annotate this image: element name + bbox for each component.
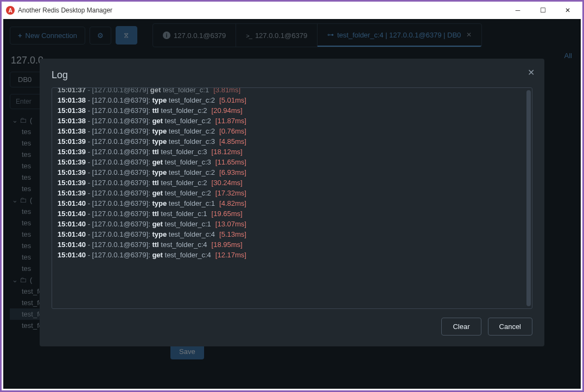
log-host: [127.0.0.1@6379]: xyxy=(92,210,150,218)
log-timestamp: 15:01:37 xyxy=(58,87,86,94)
log-duration: [18.12ms] xyxy=(212,148,243,156)
modal-close-button[interactable]: ✕ xyxy=(528,67,535,78)
window-title: Another Redis Desktop Manager xyxy=(18,7,505,14)
log-entry: 15:01:38 - [127.0.0.1@6379]: ttl test_fo… xyxy=(58,105,526,116)
log-duration: [17.32ms] xyxy=(215,189,246,197)
log-entry: 15:01:39 - [127.0.0.1@6379]: get test_fo… xyxy=(58,188,526,198)
log-host: [127.0.0.1@6379]: xyxy=(92,230,150,238)
log-modal: Log ✕ 15:01:37 - [127.0.0.1@6379] get te… xyxy=(40,59,544,346)
log-key: test_folder_c:4 xyxy=(169,230,215,238)
log-duration: [11.65ms] xyxy=(215,158,246,166)
log-timestamp: 15:01:38 xyxy=(58,106,86,115)
log-host: [127.0.0.1@6379]: xyxy=(92,220,150,228)
log-command: ttl xyxy=(152,106,158,115)
log-host: [127.0.0.1@6379]: xyxy=(92,199,150,207)
log-entry: 15:01:38 - [127.0.0.1@6379]: type test_f… xyxy=(58,95,526,105)
log-timestamp: 15:01:39 xyxy=(58,148,86,156)
log-entry: 15:01:40 - [127.0.0.1@6379]: get test_fo… xyxy=(58,219,526,229)
log-command: type xyxy=(152,127,167,135)
log-key: test_folder_c:2 xyxy=(161,179,207,187)
window-close-button[interactable]: ✕ xyxy=(555,2,580,18)
log-duration: [5.01ms] xyxy=(219,96,246,104)
log-key: test_folder_c:1 xyxy=(165,220,211,228)
log-entry: 15:01:40 - [127.0.0.1@6379]: type test_f… xyxy=(58,198,526,208)
cancel-button[interactable]: Cancel xyxy=(488,318,532,336)
log-host: [127.0.0.1@6379]: xyxy=(92,137,150,146)
log-host: [127.0.0.1@6379]: xyxy=(92,179,150,187)
modal-title: Log xyxy=(52,69,532,81)
window-maximize-button[interactable]: ☐ xyxy=(530,2,555,18)
log-timestamp: 15:01:39 xyxy=(58,179,86,187)
log-timestamp: 15:01:39 xyxy=(58,189,86,197)
log-entry: 15:01:39 - [127.0.0.1@6379]: type test_f… xyxy=(58,136,526,147)
log-command: get xyxy=(152,251,163,259)
log-key: test_folder_c:1 xyxy=(163,87,209,94)
log-command: type xyxy=(152,168,167,176)
log-entry: 15:01:39 - [127.0.0.1@6379]: ttl test_fo… xyxy=(58,147,526,157)
log-timestamp: 15:01:40 xyxy=(58,199,86,207)
log-duration: [30.24ms] xyxy=(212,179,243,187)
log-key: test_folder_c:2 xyxy=(169,127,215,135)
window-titlebar: A Another Redis Desktop Manager ─ ☐ ✕ xyxy=(2,2,582,19)
log-key: test_folder_c:1 xyxy=(161,210,207,218)
log-host: [127.0.0.1@6379]: xyxy=(92,158,150,166)
log-duration: [11.87ms] xyxy=(215,117,246,125)
log-host: [127.0.0.1@6379]: xyxy=(92,127,150,135)
log-duration: [13.07ms] xyxy=(215,220,246,228)
log-timestamp: 15:01:38 xyxy=(58,117,86,125)
clear-button[interactable]: Clear xyxy=(441,318,481,336)
log-entry: 15:01:40 - [127.0.0.1@6379]: get test_fo… xyxy=(58,250,526,260)
log-entry: 15:01:40 - [127.0.0.1@6379]: ttl test_fo… xyxy=(58,208,526,219)
log-command: type xyxy=(152,96,167,104)
log-command: get xyxy=(152,158,163,166)
log-timestamp: 15:01:39 xyxy=(58,158,86,166)
log-scrollbar[interactable] xyxy=(526,90,531,306)
log-timestamp: 15:01:39 xyxy=(58,137,86,146)
log-timestamp: 15:01:40 xyxy=(58,251,86,259)
log-command: ttl xyxy=(152,148,158,156)
log-command: type xyxy=(152,199,167,207)
log-key: test_folder_c:2 xyxy=(169,96,215,104)
modal-overlay: Log ✕ 15:01:37 - [127.0.0.1@6379] get te… xyxy=(3,19,581,389)
log-entry: 15:01:39 - [127.0.0.1@6379]: ttl test_fo… xyxy=(58,178,526,188)
log-host: [127.0.0.1@6379]: xyxy=(92,241,150,249)
log-key: test_folder_c:2 xyxy=(161,106,207,115)
log-timestamp: 15:01:38 xyxy=(58,96,86,104)
log-command: ttl xyxy=(152,241,158,249)
log-host: [127.0.0.1@6379]: xyxy=(92,96,150,104)
log-duration: [6.93ms] xyxy=(219,168,246,176)
window-minimize-button[interactable]: ─ xyxy=(505,2,530,18)
log-host: [127.0.0.1@6379] xyxy=(92,87,149,94)
log-entry: 15:01:38 - [127.0.0.1@6379]: type test_f… xyxy=(58,126,526,136)
log-output[interactable]: 15:01:37 - [127.0.0.1@6379] get test_fol… xyxy=(52,87,532,309)
log-key: test_folder_c:3 xyxy=(165,158,211,166)
log-duration: [4.82ms] xyxy=(219,199,246,207)
log-key: test_folder_c:3 xyxy=(169,137,215,146)
log-command: get xyxy=(152,220,163,228)
log-command: type xyxy=(152,137,167,146)
log-duration: [0.76ms] xyxy=(219,127,246,135)
log-key: test_folder_c:2 xyxy=(169,168,215,176)
log-command: ttl xyxy=(152,210,158,218)
log-host: [127.0.0.1@6379]: xyxy=(92,106,150,115)
log-duration: [19.65ms] xyxy=(212,210,243,218)
log-key: test_folder_c:1 xyxy=(169,199,215,207)
log-timestamp: 15:01:39 xyxy=(58,168,86,176)
log-duration: [20.94ms] xyxy=(212,106,243,115)
log-duration: [3.81ms] xyxy=(213,87,240,94)
log-entry: 15:01:40 - [127.0.0.1@6379]: ttl test_fo… xyxy=(58,239,526,250)
log-key: test_folder_c:4 xyxy=(165,251,211,259)
log-entry: 15:01:39 - [127.0.0.1@6379]: type test_f… xyxy=(58,167,526,178)
log-key: test_folder_c:3 xyxy=(161,148,207,156)
log-duration: [4.85ms] xyxy=(219,137,246,146)
log-key: test_folder_c:4 xyxy=(161,241,207,249)
log-duration: [18.95ms] xyxy=(212,241,243,249)
log-entry: 15:01:37 - [127.0.0.1@6379] get test_fol… xyxy=(58,87,526,95)
log-host: [127.0.0.1@6379]: xyxy=(92,251,150,259)
log-host: [127.0.0.1@6379]: xyxy=(92,148,150,156)
log-command: get xyxy=(150,87,161,94)
log-timestamp: 15:01:40 xyxy=(58,210,86,218)
log-timestamp: 15:01:38 xyxy=(58,127,86,135)
log-key: test_folder_c:2 xyxy=(165,189,211,197)
log-host: [127.0.0.1@6379]: xyxy=(92,117,150,125)
